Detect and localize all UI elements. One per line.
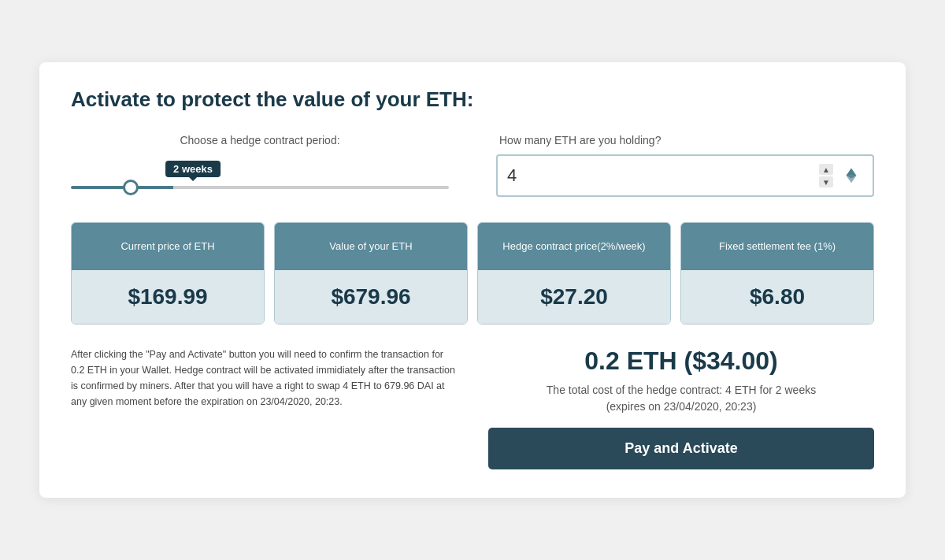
info-card-hedge-price-header: Hedge contract price(2%/week) [478,223,670,270]
slider-container: 2 weeks [71,161,449,189]
top-section: Choose a hedge contract period: 2 weeks … [71,134,874,197]
bottom-row: After clicking the "Pay and Activate" bu… [71,347,874,469]
eth-logo-icon [843,167,860,184]
eth-input-wrapper: ▲ ▼ [496,154,874,197]
slider-label: Choose a hedge contract period: [71,134,449,146]
info-cards-row: Current price of ETH $169.99 Value of yo… [71,222,874,325]
pay-activate-button[interactable]: Pay and Activate [488,428,874,469]
info-card-settlement-fee-header: Fixed settlement fee (1%) [681,223,873,270]
info-card-eth-price-header: Current price of ETH [72,223,264,270]
info-card-hedge-price-value: $27.20 [478,270,670,324]
eth-section: How many ETH are you holding? ▲ ▼ [496,134,874,197]
info-card-hedge-price: Hedge contract price(2%/week) $27.20 [477,222,671,325]
slider-section: Choose a hedge contract period: 2 weeks [71,134,449,189]
info-card-eth-value: Value of your ETH $679.96 [274,222,468,325]
eth-quantity-input[interactable] [507,165,813,186]
eth-currency-icon [839,164,863,187]
slider-tooltip: 2 weeks [165,161,220,177]
info-card-eth-price: Current price of ETH $169.99 [71,222,265,325]
eth-decrement-icon[interactable]: ▼ [819,176,833,187]
hedge-period-slider[interactable] [71,186,449,189]
info-card-settlement-fee: Fixed settlement fee (1%) $6.80 [680,222,874,325]
disclaimer-text: After clicking the "Pay and Activate" bu… [71,347,457,410]
eth-increment-icon[interactable]: ▲ [819,164,833,175]
activation-panel: 0.2 ETH ($34.00) The total cost of the h… [488,347,874,469]
info-card-eth-price-value: $169.99 [72,270,264,324]
info-card-settlement-fee-value: $6.80 [681,270,873,324]
activation-description: The total cost of the hedge contract: 4 … [547,382,816,415]
activation-amount: 0.2 ETH ($34.00) [584,347,777,376]
info-card-eth-value-header: Value of your ETH [275,223,467,270]
main-card: Activate to protect the value of your ET… [39,62,906,498]
eth-stepper-icons: ▲ ▼ [819,164,833,187]
page-title: Activate to protect the value of your ET… [71,87,874,112]
info-card-eth-value-value: $679.96 [275,270,467,324]
eth-input-label: How many ETH are you holding? [496,134,661,146]
